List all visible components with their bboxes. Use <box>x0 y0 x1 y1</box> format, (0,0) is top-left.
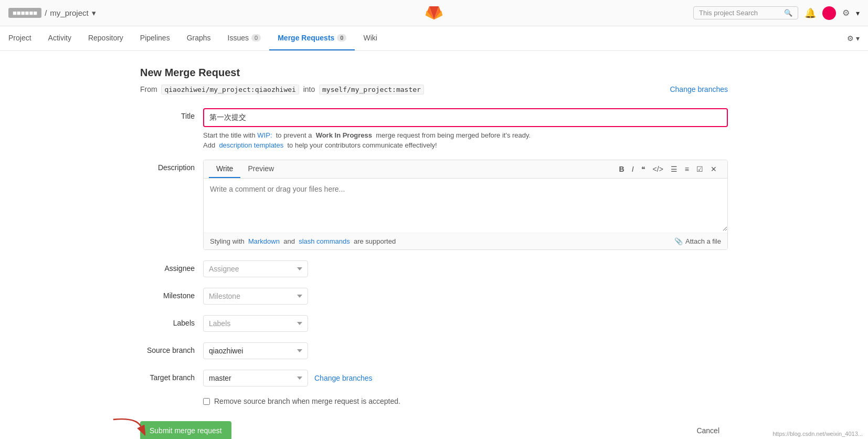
source-branch-control: qiaozhiwei <box>203 342 728 359</box>
attach-file-btn[interactable]: 📎 Attach a file <box>674 237 721 245</box>
issues-badge: 0 <box>251 34 261 41</box>
header-slash: / <box>45 8 47 17</box>
nav-settings[interactable]: ⚙ ▾ <box>839 27 868 50</box>
desc-tabs: Write Preview B I ❝ </> ☰ ≡ ☑ ✕ <box>204 160 727 179</box>
header: ■■■■■■ / my_project ▾ This project Searc… <box>0 0 868 26</box>
assignee-select[interactable]: Assignee <box>203 260 308 277</box>
source-branch-label: Source branch <box>140 342 203 354</box>
description-label: Description <box>140 160 203 172</box>
nav-settings-chevron: ▾ <box>856 34 860 43</box>
nav-item-wiki[interactable]: Wiki <box>355 26 385 50</box>
source-branch-select[interactable]: qiaozhiwei <box>203 342 308 359</box>
paperclip-icon: 📎 <box>674 237 683 245</box>
target-branch-row-inner: master Change branches <box>203 370 728 386</box>
merge-requests-badge: 0 <box>337 34 346 41</box>
nav-item-issues[interactable]: Issues 0 <box>219 26 270 50</box>
settings-chevron[interactable]: ▾ <box>856 9 860 17</box>
milestone-row: Milestone Milestone <box>140 288 728 305</box>
from-info: From qiaozhiwei/my_project:qiaozhiwei in… <box>140 85 728 93</box>
labels-select[interactable]: Labels <box>203 315 308 332</box>
slash-commands-link[interactable]: slash commands <box>299 237 350 245</box>
wip-link[interactable]: WIP: <box>257 131 272 139</box>
description-editor: Write Preview B I ❝ </> ☰ ≡ ☑ ✕ <box>203 160 728 250</box>
title-input[interactable] <box>204 109 727 126</box>
change-branches-link2[interactable]: Change branches <box>314 374 373 382</box>
submit-area: Submit merge request <box>140 421 231 439</box>
nav-gear-icon: ⚙ <box>847 34 854 43</box>
into-word: into <box>303 85 315 93</box>
from-label: From <box>140 85 157 93</box>
main-content: New Merge Request From qiaozhiwei/my_pro… <box>119 51 749 439</box>
wip-hint: Start the title with WIP: to prevent a W… <box>203 131 728 139</box>
desc-footer: Styling with Markdown and slash commands… <box>204 233 727 249</box>
markdown-link[interactable]: Markdown <box>248 237 280 245</box>
italic-btn[interactable]: I <box>630 164 636 174</box>
tab-preview[interactable]: Preview <box>240 160 281 178</box>
page-title: New Merge Request <box>140 67 728 79</box>
bullet-list-btn[interactable]: ☰ <box>669 164 680 174</box>
nav-item-graphs[interactable]: Graphs <box>178 26 219 50</box>
target-branch-select[interactable]: master <box>203 370 308 386</box>
nav-item-pipelines[interactable]: Pipelines <box>132 26 178 50</box>
milestone-label: Milestone <box>140 288 203 300</box>
code-btn[interactable]: </> <box>651 164 665 174</box>
user-avatar-block[interactable]: ■■■■■■ <box>8 8 41 18</box>
description-row: Description Write Preview B I ❝ </> ☰ ≡ <box>140 160 728 250</box>
gitlab-logo[interactable] <box>425 3 443 23</box>
nav-item-repository[interactable]: Repository <box>80 26 132 50</box>
labels-row: Labels Labels <box>140 315 728 332</box>
milestone-control: Milestone <box>203 288 728 305</box>
quote-btn[interactable]: ❝ <box>639 164 648 174</box>
search-placeholder: This project Search <box>699 9 758 17</box>
change-branches-link[interactable]: Change branches <box>670 85 728 93</box>
search-icon: 🔍 <box>784 9 792 17</box>
bold-btn[interactable]: B <box>617 164 627 174</box>
title-input-wrap <box>203 108 728 127</box>
target-branch-control: master Change branches <box>203 370 728 386</box>
project-name[interactable]: my_project <box>50 8 88 17</box>
description-textarea[interactable] <box>204 179 727 231</box>
nav-item-project[interactable]: Project <box>0 26 40 50</box>
title-row: Title Start the title with WIP: to preve… <box>140 108 728 149</box>
remove-branch-row: Remove source branch when merge request … <box>203 397 728 405</box>
title-control: Start the title with WIP: to prevent a W… <box>203 108 728 149</box>
header-left: ■■■■■■ / my_project ▾ <box>8 8 96 18</box>
desc-toolbar: B I ❝ </> ☰ ≡ ☑ ✕ <box>614 161 722 177</box>
labels-label: Labels <box>140 315 203 327</box>
desc-templates-link[interactable]: description templates <box>219 141 283 149</box>
remove-branch-checkbox[interactable] <box>203 398 210 405</box>
cancel-button[interactable]: Cancel <box>688 421 728 439</box>
project-chevron[interactable]: ▾ <box>92 8 96 18</box>
submit-merge-request-button[interactable]: Submit merge request <box>140 421 231 439</box>
from-text: From qiaozhiwei/my_project:qiaozhiwei in… <box>140 85 424 93</box>
notifications-icon[interactable]: 🔔 <box>805 7 816 19</box>
search-box[interactable]: This project Search 🔍 <box>693 6 798 19</box>
numbered-list-btn[interactable]: ≡ <box>683 164 691 174</box>
task-list-btn[interactable]: ☑ <box>694 164 705 174</box>
into-branch: myself/my_project:master <box>319 85 424 95</box>
nav-bar: Project Activity Repository Pipelines Gr… <box>0 26 868 51</box>
header-right: This project Search 🔍 🔔 ⚙ ▾ <box>693 6 860 20</box>
assignee-row: Assignee Assignee <box>140 260 728 277</box>
description-control: Write Preview B I ❝ </> ☰ ≡ ☑ ✕ <box>203 160 728 250</box>
target-branch-row: Target branch master Change branches <box>140 370 728 386</box>
source-branch-row-inner: qiaozhiwei <box>203 342 728 359</box>
title-label: Title <box>140 108 203 120</box>
tab-write[interactable]: Write <box>209 160 240 178</box>
nav-item-merge-requests[interactable]: Merge Requests 0 <box>269 26 355 50</box>
arrow-indicator <box>109 416 145 437</box>
assignee-label: Assignee <box>140 260 203 273</box>
labels-control: Labels <box>203 315 728 332</box>
nav-item-activity[interactable]: Activity <box>40 26 80 50</box>
target-branch-label: Target branch <box>140 370 203 382</box>
from-branch: qiaozhiwei/my_project:qiaozhiwei <box>161 85 299 95</box>
milestone-select[interactable]: Milestone <box>203 288 308 305</box>
user-avatar[interactable] <box>822 6 836 20</box>
remove-branch-label: Remove source branch when merge request … <box>214 397 400 405</box>
status-bar: https://blog.csdn.net/weixin_4013... <box>767 428 868 439</box>
close-btn[interactable]: ✕ <box>708 164 719 174</box>
desc-templates-hint: Add description templates to help your c… <box>203 141 728 149</box>
assignee-control: Assignee <box>203 260 728 277</box>
source-branch-row: Source branch qiaozhiwei <box>140 342 728 359</box>
settings-icon[interactable]: ⚙ <box>842 8 850 18</box>
